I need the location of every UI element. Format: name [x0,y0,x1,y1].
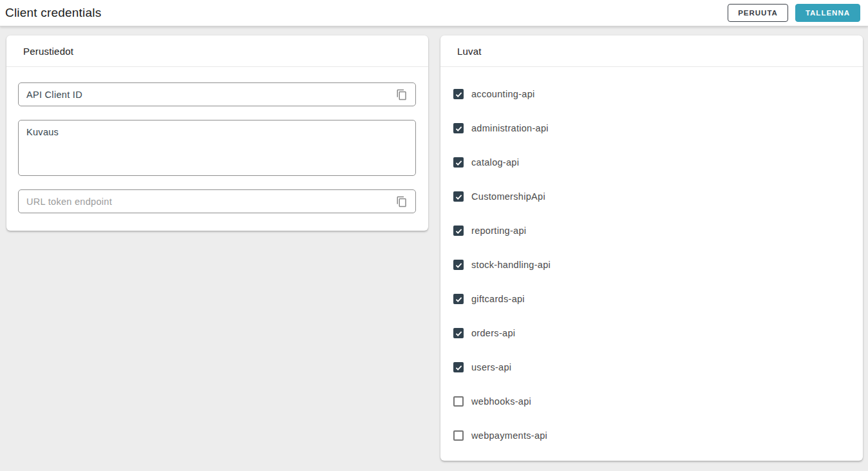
permission-label: administration-api [471,123,549,133]
permission-checkbox[interactable] [453,430,464,441]
permission-label: stock-handling-api [471,260,551,270]
permissions-list: accounting-api administration-api catalo… [440,67,863,461]
permission-checkbox[interactable] [453,396,464,407]
permission-row: catalog-api [453,155,850,170]
permission-row: accounting-api [453,86,850,102]
permission-label: accounting-api [471,89,535,99]
copy-icon [396,196,408,207]
page-title: Client credentials [5,6,101,20]
appbar-actions: PERUUTA TALLENNA [728,4,860,22]
permission-row: administration-api [453,120,850,136]
permission-row: webhooks-api [453,394,850,409]
permission-row: giftcards-api [453,291,850,307]
basic-info-card-title: Perustiedot [6,35,428,67]
description-field-wrap: Kuvaus [18,120,416,176]
checkmark-icon [455,261,463,269]
permission-label: webhooks-api [471,396,531,407]
save-button[interactable]: TALLENNA [795,4,860,22]
client-id-field-wrap [18,82,416,106]
permissions-card: Luvat accounting-api administration-api … [440,35,863,461]
client-id-input[interactable] [20,83,395,106]
permission-checkbox[interactable] [453,294,464,304]
checkmark-icon [455,227,463,235]
cancel-button[interactable]: PERUUTA [728,4,788,22]
permission-row: webpayments-api [453,428,850,443]
permission-label: reporting-api [471,226,526,236]
permission-checkbox[interactable] [453,226,464,236]
permission-checkbox[interactable] [453,362,464,372]
permission-checkbox[interactable] [453,191,464,202]
permission-row: users-api [453,360,850,375]
content-area: Perustiedot Kuvaus [0,26,868,461]
checkmark-icon [455,90,463,99]
permission-row: orders-api [453,325,850,341]
basic-info-form: Kuvaus [6,67,428,231]
permission-row: reporting-api [453,223,850,238]
basic-info-card: Perustiedot Kuvaus [6,35,428,231]
permission-label: users-api [471,362,511,372]
checkmark-icon [455,363,463,372]
token-endpoint-field-wrap [18,189,416,213]
permission-label: CustomershipApi [471,191,545,202]
permission-label: webpayments-api [471,430,547,441]
permission-checkbox[interactable] [453,328,464,338]
app-bar: Client credentials PERUUTA TALLENNA [0,0,868,26]
token-endpoint-input[interactable] [20,190,395,213]
description-textarea[interactable]: Kuvaus [19,120,415,175]
copy-token-endpoint-button[interactable] [395,195,409,209]
permission-checkbox[interactable] [453,123,464,133]
permission-label: giftcards-api [471,294,525,304]
permission-checkbox[interactable] [453,89,464,99]
permissions-card-title: Luvat [440,35,863,67]
permission-row: stock-handling-api [453,257,850,273]
permission-row: CustomershipApi [453,189,850,204]
copy-client-id-button[interactable] [395,88,409,102]
checkmark-icon [455,295,463,303]
checkmark-icon [455,124,463,133]
permission-label: orders-api [471,328,515,338]
checkmark-icon [455,193,463,201]
checkmark-icon [455,159,463,167]
copy-icon [396,89,408,101]
permission-label: catalog-api [471,157,519,168]
checkmark-icon [455,329,463,338]
permission-checkbox[interactable] [453,260,464,270]
permission-checkbox[interactable] [453,157,464,168]
